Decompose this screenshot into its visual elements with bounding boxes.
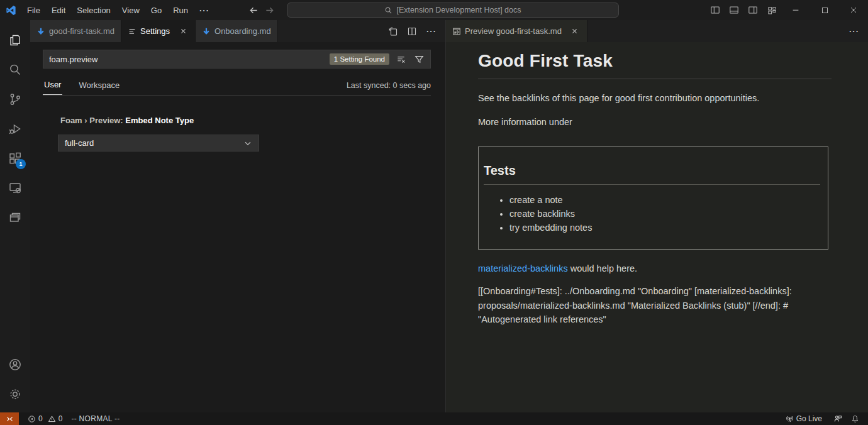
notifications-bell-icon[interactable]: [847, 412, 863, 425]
list-item: try embedding notes: [509, 223, 821, 233]
menu-run[interactable]: Run: [167, 3, 194, 18]
close-window-button[interactable]: [839, 0, 868, 20]
search-icon: [384, 6, 392, 14]
setting-category: Foam › Preview:: [60, 116, 125, 125]
settings-editor-icon: [128, 27, 136, 36]
warning-icon: [48, 415, 56, 423]
account-icon[interactable]: [0, 350, 30, 379]
broadcast-icon: [786, 415, 794, 423]
editor-group-left: good-first-task.md Settings Onboarding.: [30, 20, 445, 412]
materialized-backlinks-link[interactable]: materialized-backlinks: [478, 263, 568, 273]
toggle-panel-icon[interactable]: [725, 0, 743, 20]
close-tab-icon[interactable]: [177, 26, 189, 37]
last-synced-label: Last synced: 0 secs ago: [347, 81, 431, 95]
history-navigation: [249, 0, 274, 20]
card-list: create a note create backlinks try embed…: [484, 195, 821, 233]
preview-paragraph: See the backlinks of this page for good …: [478, 93, 832, 103]
markdown-file-icon: [202, 27, 211, 36]
command-center-search[interactable]: [Extension Development Host] docs: [287, 3, 619, 18]
error-icon: [28, 415, 36, 423]
scope-tab-user[interactable]: User: [43, 77, 62, 95]
source-control-icon[interactable]: [0, 84, 30, 114]
dropdown-value: full-card: [65, 138, 94, 148]
right-tabbar: Preview good-first-task.md ···: [446, 20, 868, 42]
filter-funnel-icon[interactable]: [412, 52, 426, 66]
minimize-button[interactable]: [781, 0, 810, 20]
markdown-preview-icon: [452, 27, 461, 36]
tab-label: Preview good-first-task.md: [465, 26, 562, 36]
extensions-icon[interactable]: 1: [0, 143, 30, 173]
markdown-file-icon: [36, 27, 45, 36]
remote-explorer-icon[interactable]: [0, 173, 30, 202]
settings-search-box: 1 Setting Found: [43, 50, 431, 69]
card-divider: [484, 184, 820, 185]
error-count: 0: [38, 414, 43, 423]
toggle-sidebar-icon[interactable]: [706, 0, 725, 20]
settings-scope-tabs: User Workspace Last synced: 0 secs ago: [43, 77, 431, 96]
scope-tab-workspace[interactable]: Workspace: [77, 78, 121, 95]
explorer-icon[interactable]: [0, 25, 30, 55]
panels-icon[interactable]: [0, 202, 30, 232]
link-paragraph: materialized-backlinks would help here.: [478, 263, 832, 273]
setting-item: Foam › Preview: Embed Note Type full-car…: [30, 96, 445, 152]
window-controls: [706, 0, 868, 20]
more-actions-icon[interactable]: ···: [423, 26, 440, 36]
go-live-label: Go Live: [796, 414, 822, 423]
go-live-button[interactable]: Go Live: [782, 412, 826, 425]
menubar: File Edit Selection View Go Run ···: [21, 3, 215, 18]
tab-onboarding[interactable]: Onboarding.md: [196, 20, 278, 42]
run-debug-icon[interactable]: [0, 114, 30, 143]
editor-group-right: Preview good-first-task.md ··· Good Firs…: [446, 20, 868, 412]
list-item: create backlinks: [509, 209, 821, 219]
menu-edit[interactable]: Edit: [46, 3, 71, 18]
clear-filters-icon[interactable]: [394, 52, 408, 66]
vim-mode-indicator[interactable]: -- NORMAL --: [66, 412, 125, 425]
status-bar-left: 0 0 -- NORMAL --: [0, 412, 125, 425]
titlebar: File Edit Selection View Go Run ··· [Ext…: [0, 0, 868, 20]
embed-note-type-dropdown[interactable]: full-card: [58, 135, 259, 152]
activity-bar: 1: [0, 20, 30, 412]
tab-preview-good-first-task[interactable]: Preview good-first-task.md: [446, 20, 587, 42]
markdown-preview: Good First Task See the backlinks of thi…: [446, 42, 868, 412]
left-tabbar: good-first-task.md Settings Onboarding.: [30, 20, 445, 42]
settings-editor: 1 Setting Found User Workspace Last sync…: [30, 42, 445, 412]
settings-gear-icon[interactable]: [0, 379, 30, 409]
menu-view[interactable]: View: [116, 3, 145, 18]
open-preview-icon[interactable]: [385, 23, 401, 40]
setting-name: Embed Note Type: [125, 116, 194, 125]
tab-label: Settings: [140, 26, 170, 36]
tab-settings[interactable]: Settings: [121, 20, 196, 42]
status-bar: 0 0 -- NORMAL -- Go Live: [0, 412, 868, 425]
maximize-button[interactable]: [810, 0, 839, 20]
split-editor-icon[interactable]: [404, 23, 420, 40]
feedback-icon[interactable]: [830, 412, 846, 425]
command-center-label: [Extension Development Host] docs: [396, 6, 521, 14]
forward-arrow-icon[interactable]: [265, 6, 274, 15]
menubar-more-button[interactable]: ···: [194, 3, 215, 18]
more-actions-icon[interactable]: ···: [845, 26, 863, 36]
results-count-badge: 1 Setting Found: [330, 53, 389, 65]
tab-label: Onboarding.md: [214, 26, 271, 36]
embedded-note-card: Tests create a note create backlinks try…: [478, 146, 828, 250]
search-sidebar-icon[interactable]: [0, 55, 30, 84]
menu-file[interactable]: File: [21, 3, 46, 18]
link-references-text: [[Onboarding#Tests]: ../Onboarding.md "O…: [478, 284, 832, 327]
back-arrow-icon[interactable]: [249, 6, 259, 15]
workbench-body: 1 good-first-task: [0, 20, 868, 412]
tab-good-first-task[interactable]: good-first-task.md: [30, 20, 121, 42]
remote-indicator[interactable]: [0, 412, 19, 425]
customize-layout-icon[interactable]: [762, 0, 781, 20]
extensions-badge: 1: [16, 159, 26, 169]
preview-paragraph: More information under: [478, 117, 832, 127]
list-item: create a note: [509, 195, 821, 205]
left-editor-actions: ···: [385, 20, 445, 42]
problems-status[interactable]: 0 0: [24, 412, 66, 425]
warning-count: 0: [58, 414, 63, 423]
toggle-secondary-sidebar-icon[interactable]: [743, 0, 762, 20]
menu-go[interactable]: Go: [145, 3, 167, 18]
settings-search-input[interactable]: [43, 55, 330, 64]
menu-selection[interactable]: Selection: [71, 3, 116, 18]
right-editor-actions: ···: [845, 20, 868, 42]
preview-title: Good First Task: [478, 51, 832, 71]
close-tab-icon[interactable]: [569, 26, 581, 37]
